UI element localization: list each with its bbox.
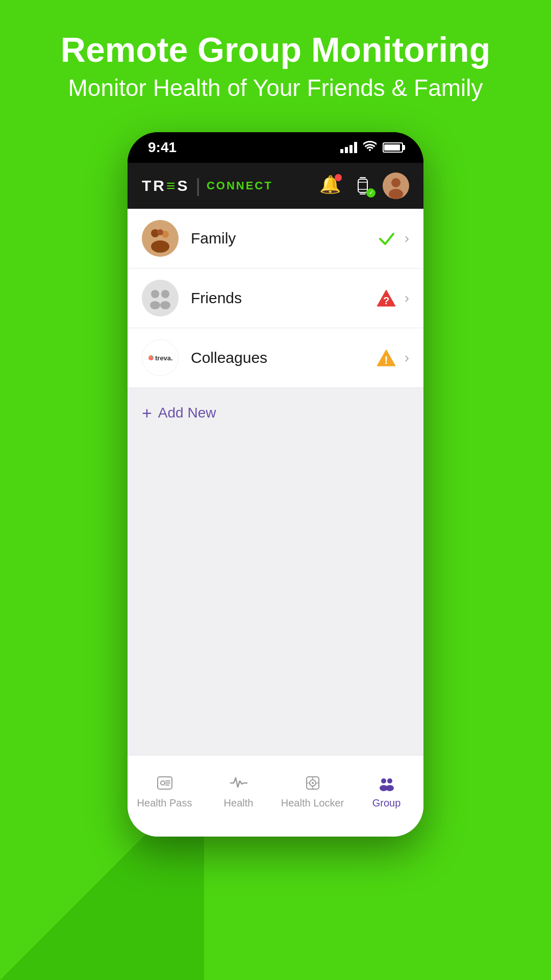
svg-point-39	[387, 778, 392, 783]
promo-subtitle: Monitor Health of Your Friends & Family	[61, 74, 490, 102]
status-bar: 9:41	[128, 132, 423, 163]
status-time: 9:41	[148, 139, 177, 156]
watch-check-badge: ✓	[366, 188, 375, 198]
add-new-button[interactable]: + Add New	[142, 403, 409, 423]
colleagues-avatar: treva.	[142, 339, 179, 376]
tab-group[interactable]: Group	[349, 773, 423, 809]
group-list: Family ›	[128, 209, 423, 388]
svg-point-41	[386, 785, 394, 791]
checkmark-icon	[377, 229, 396, 248]
list-item[interactable]: treva. Colleagues ! ›	[128, 328, 423, 388]
svg-point-21	[149, 356, 151, 358]
list-item[interactable]: Friends ? ›	[128, 268, 423, 328]
logo-text: TR≡S	[142, 177, 190, 194]
tab-health-label: Health	[224, 797, 254, 809]
svg-point-22	[151, 356, 153, 358]
svg-point-17	[160, 301, 170, 309]
svg-point-12	[151, 240, 169, 253]
colleagues-status: ! ›	[376, 349, 409, 367]
svg-point-6	[391, 178, 400, 187]
svg-text:!: !	[384, 354, 388, 366]
friends-status: ? ›	[376, 289, 409, 307]
svg-point-33	[312, 782, 314, 784]
svg-point-16	[150, 301, 160, 309]
svg-point-7	[389, 189, 403, 199]
family-status: ›	[377, 229, 409, 248]
svg-point-38	[381, 778, 386, 783]
group-name-family: Family	[191, 230, 377, 247]
watch-icon[interactable]: ✓	[351, 174, 374, 198]
app-name: CONNECT	[207, 179, 273, 192]
svg-text:?: ?	[383, 295, 389, 306]
svg-text:treva.: treva.	[155, 354, 172, 362]
promo-header: Remote Group Monitoring Monitor Health o…	[61, 31, 490, 102]
warning-orange-icon: !	[376, 349, 396, 367]
signal-icon	[340, 142, 357, 153]
wifi-icon	[363, 141, 377, 154]
battery-icon	[383, 142, 403, 153]
friends-avatar	[142, 280, 179, 316]
add-new-label: Add New	[158, 405, 216, 421]
tab-health-locker[interactable]: Health Locker	[276, 773, 349, 809]
health-pass-icon	[155, 773, 175, 793]
svg-point-14	[151, 290, 159, 298]
family-avatar	[142, 220, 179, 257]
svg-point-11	[157, 229, 163, 235]
chevron-right-icon: ›	[405, 230, 409, 247]
notification-badge	[335, 174, 342, 181]
svg-point-20	[148, 355, 154, 360]
group-name-colleagues: Colleagues	[191, 349, 376, 366]
empty-area: + Add New	[128, 388, 423, 755]
app-navbar: TR≡S | CONNECT 🔔	[128, 163, 423, 209]
status-icons	[340, 141, 403, 154]
user-avatar[interactable]	[383, 173, 409, 199]
phone-mockup: 9:41 TR≡S |	[128, 132, 423, 837]
tab-health-locker-label: Health Locker	[281, 797, 344, 809]
tab-health-pass[interactable]: Health Pass	[128, 773, 202, 809]
app-logo: TR≡S | CONNECT	[142, 175, 273, 197]
svg-point-27	[161, 781, 165, 785]
health-locker-icon	[303, 773, 323, 793]
tab-health-pass-label: Health Pass	[137, 797, 192, 809]
group-icon	[377, 773, 397, 793]
group-name-friends: Friends	[191, 289, 376, 307]
bell-icon[interactable]: 🔔	[319, 174, 343, 198]
health-icon	[229, 773, 249, 793]
svg-point-15	[161, 290, 169, 298]
plus-icon: +	[142, 403, 152, 423]
tab-health[interactable]: Health	[202, 773, 276, 809]
promo-title: Remote Group Monitoring	[61, 31, 490, 69]
nav-icons: 🔔 ✓	[319, 173, 409, 199]
chevron-right-icon: ›	[405, 350, 409, 366]
tab-bar: Health Pass Health	[128, 755, 423, 837]
chevron-right-icon: ›	[405, 290, 409, 306]
list-item[interactable]: Family ›	[128, 209, 423, 268]
svg-rect-0	[358, 179, 367, 192]
tab-group-label: Group	[372, 797, 401, 809]
svg-point-13	[142, 280, 179, 316]
warning-red-icon: ?	[376, 289, 396, 307]
